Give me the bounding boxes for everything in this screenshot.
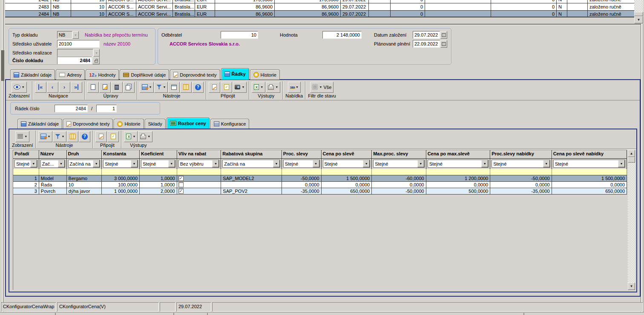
filter-combo[interactable]: Stejné▼ bbox=[283, 160, 320, 168]
column-header[interactable]: Název bbox=[39, 150, 67, 159]
dropdown-button[interactable]: ▼ bbox=[481, 160, 488, 167]
view-button[interactable]: ▼ bbox=[15, 131, 29, 142]
quickfilter-cell[interactable] bbox=[39, 169, 67, 175]
scroll-down-button[interactable]: ▼ bbox=[634, 16, 643, 23]
grid-row[interactable]: 2482NB10ACCOR S...ACCOR Servi...Bratisla… bbox=[5, 0, 634, 3]
datum-zalozeni-field[interactable]: 29.07.2022 bbox=[413, 31, 440, 39]
column-header[interactable]: Cena po slevě bbox=[322, 150, 372, 159]
filter-settings-button[interactable]: ▼ bbox=[140, 82, 154, 93]
tab-historie[interactable]: Historie bbox=[250, 69, 280, 80]
grid-row[interactable]: 2483NB10ACCOR S...ACCOR Servi...Bratisla… bbox=[5, 3, 634, 11]
checkbox[interactable]: ✓ bbox=[178, 189, 184, 194]
column-header[interactable]: Druh bbox=[67, 150, 102, 159]
typ-dokladu-dropdown-button[interactable]: ▼ bbox=[72, 31, 79, 39]
radek-pocet-field[interactable]: 1 bbox=[96, 105, 117, 112]
column-header[interactable]: Vliv na rabat bbox=[177, 150, 221, 159]
tab-adresy[interactable]: Adresy bbox=[56, 69, 85, 80]
new-record-button[interactable] bbox=[87, 82, 99, 93]
quickfilter-cell[interactable] bbox=[282, 169, 322, 175]
scrollbar-track[interactable] bbox=[628, 150, 635, 290]
filter-combo[interactable]: Stejné▼ bbox=[141, 160, 175, 168]
column-header[interactable]: Rabatová skupina bbox=[221, 150, 282, 159]
prev-record-button[interactable]: ‹ bbox=[47, 82, 58, 93]
settings-button[interactable] bbox=[67, 131, 78, 142]
datum-zalozeni-calendar-button[interactable] bbox=[440, 31, 447, 39]
subtab-historie[interactable]: Historie bbox=[114, 119, 144, 129]
documents-grid-scrollbar[interactable]: ▼ bbox=[634, 0, 643, 24]
dropdown-button[interactable]: ▼ bbox=[58, 160, 65, 167]
scrollbar-thumb[interactable] bbox=[634, 12, 643, 16]
subtab-konfigurace[interactable]: Konfigurace bbox=[210, 119, 250, 129]
attach-list-button[interactable] bbox=[107, 131, 119, 142]
dropdown-button[interactable]: ▼ bbox=[313, 160, 319, 167]
column-header[interactable]: Koeficient bbox=[140, 150, 177, 159]
related-docs-button[interactable] bbox=[168, 82, 180, 93]
tab-doprovodne-texty[interactable]: Doprovodné texty bbox=[170, 69, 220, 80]
quickfilter-cell[interactable] bbox=[322, 169, 372, 175]
window-left-splitter[interactable] bbox=[1, 50, 4, 81]
status-filter-button[interactable]: ▼Vše bbox=[310, 82, 334, 93]
stredisko-realizace-field[interactable] bbox=[57, 49, 93, 57]
filter-combo[interactable]: Stejné▼ bbox=[492, 160, 550, 168]
tab-radky[interactable]: Řádky bbox=[221, 68, 249, 80]
dropdown-button[interactable]: ▼ bbox=[543, 160, 550, 167]
filter-combo[interactable]: Stejné▼ bbox=[103, 160, 138, 168]
subtab-zakladni-udaje[interactable]: Základní údaje bbox=[17, 119, 62, 129]
scroll-down-button[interactable]: ▼ bbox=[628, 283, 635, 290]
dropdown-button[interactable]: ▼ bbox=[93, 160, 100, 167]
radek-cislo-field[interactable]: 2484 bbox=[55, 105, 88, 112]
scrollbar-thumb[interactable] bbox=[628, 157, 635, 163]
dropdown-button[interactable]: ▼ bbox=[273, 160, 280, 167]
filter-combo[interactable]: Zač...▼ bbox=[40, 160, 65, 168]
dropdown-button[interactable]: ▼ bbox=[212, 160, 219, 167]
column-header[interactable]: Proc.slevy nabídky bbox=[490, 150, 552, 159]
filter-combo[interactable]: Stejné▼ bbox=[428, 160, 489, 168]
dropdown-button[interactable]: ▼ bbox=[417, 160, 424, 167]
column-header[interactable]: Pořadí bbox=[13, 150, 39, 159]
lock-button[interactable] bbox=[92, 57, 100, 64]
quickfilter-cell[interactable] bbox=[372, 169, 426, 175]
table-row[interactable]: 3Povrchdýha javor1 000,00002,0000✓SAP_PO… bbox=[13, 188, 627, 195]
table-row[interactable]: 2Řada10100,00001,00000,00000,00000,00000… bbox=[13, 182, 627, 188]
excel-export-button[interactable]: ▼ bbox=[252, 82, 265, 93]
excel-export-button[interactable]: ▼ bbox=[124, 131, 138, 142]
attach-note-button[interactable] bbox=[95, 131, 107, 142]
subtab-sklady[interactable]: Sklady bbox=[145, 119, 166, 129]
stredisko-realizace-dropdown-button[interactable]: ▼ bbox=[93, 49, 100, 57]
quickfilter-cell[interactable] bbox=[67, 169, 102, 175]
dropdown-button[interactable]: ▼ bbox=[30, 160, 37, 167]
quickfilter-cell[interactable] bbox=[426, 169, 490, 175]
planovane-plneni-calendar-button[interactable] bbox=[440, 40, 447, 48]
filter-combo[interactable]: Začíná na▼ bbox=[68, 160, 101, 168]
filter-combo[interactable]: Stejné▼ bbox=[373, 160, 425, 168]
subtab-rozbor-ceny[interactable]: Rozbor ceny bbox=[167, 117, 210, 129]
column-header[interactable]: Cena po max.slevě bbox=[426, 150, 490, 159]
help-button[interactable] bbox=[192, 82, 204, 93]
quickfilter-cell[interactable] bbox=[177, 169, 221, 175]
column-header[interactable]: Max.proc. slevy bbox=[372, 150, 426, 159]
scroll-up-button[interactable]: ▲ bbox=[628, 150, 635, 157]
grid-row[interactable]: 2484NB10ACCOR S...ACCOR Servi...Bratisla… bbox=[5, 11, 634, 17]
filter-button[interactable]: ▼ bbox=[154, 82, 168, 93]
delete-record-button[interactable] bbox=[111, 82, 123, 93]
attach-media-button[interactable]: ▼ bbox=[233, 82, 247, 93]
column-header[interactable]: Cena po slevě nabídky bbox=[552, 150, 627, 159]
filter-combo[interactable]: Stejné▼ bbox=[14, 160, 37, 168]
last-record-button[interactable]: » bbox=[71, 82, 82, 93]
quickfilter-cell[interactable] bbox=[13, 169, 39, 175]
checkbox[interactable]: ✓ bbox=[178, 176, 184, 181]
first-record-button[interactable]: « bbox=[35, 82, 46, 93]
quickfilter-cell[interactable] bbox=[490, 169, 552, 175]
checkbox[interactable] bbox=[178, 182, 184, 187]
column-header[interactable]: Konstanta bbox=[102, 150, 140, 159]
print-button[interactable]: ▼ bbox=[138, 131, 152, 142]
help-button[interactable] bbox=[79, 131, 90, 142]
quickfilter-cell[interactable] bbox=[552, 169, 627, 175]
quickfilter-cell[interactable] bbox=[102, 169, 140, 175]
filter-combo[interactable]: Začíná na▼ bbox=[222, 160, 280, 168]
next-record-button[interactable]: › bbox=[59, 82, 70, 93]
nabidka-menu-button[interactable]: ▼ bbox=[288, 82, 301, 93]
filter-combo[interactable]: Stejné▼ bbox=[323, 160, 371, 168]
filter-combo[interactable]: Bez výběru▼ bbox=[178, 160, 220, 168]
quickfilter-cell[interactable] bbox=[221, 169, 282, 175]
